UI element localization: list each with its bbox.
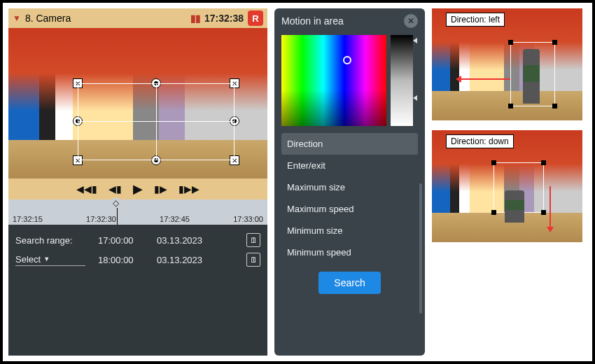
color-picker[interactable] (281, 35, 386, 126)
search-button[interactable]: Search (318, 272, 380, 294)
option-direction[interactable]: Direction (281, 133, 418, 155)
calendar-icon[interactable]: 🗓 (246, 233, 260, 247)
color-picker-cursor[interactable] (343, 56, 351, 64)
to-date[interactable]: 03.13.2023 (157, 255, 211, 265)
camera-header: ▼ 8. Camera ▮▮ 17:32:38 R (8, 8, 267, 28)
timeline-tick: 17:32:30 (86, 215, 116, 223)
preview-panel: Direction: left Direction: down (432, 8, 582, 356)
option-max-speed[interactable]: Maximum speed (281, 198, 418, 220)
timeline-tick: 17:32:15 (13, 215, 43, 223)
from-date[interactable]: 03.13.2023 (157, 235, 211, 246)
close-icon[interactable]: ✕ (404, 14, 418, 28)
camera-panel: ▼ 8. Camera ▮▮ 17:32:38 R ✕ ✕ ✕ ✕ ◀◀▮ ◀▮… (8, 8, 267, 356)
record-badge: R (248, 10, 263, 26)
value-handle-bottom[interactable] (413, 95, 417, 101)
option-enter-exit[interactable]: Enter/exit (281, 155, 418, 176)
camera-title: 8. Camera (25, 13, 71, 24)
step-back-button[interactable]: ◀▮ (108, 183, 122, 195)
option-min-size[interactable]: Minimum size (281, 220, 418, 241)
scrollbar[interactable] (419, 183, 422, 314)
search-range-label: Search range: (15, 235, 85, 246)
preview-left[interactable]: Direction: left (432, 8, 582, 120)
motion-options: Direction Enter/exit Maximum size Maximu… (274, 133, 425, 269)
chevron-down-icon: ▼ (43, 255, 50, 262)
value-handle-top[interactable] (413, 38, 417, 43)
from-time[interactable]: 17:00:00 (98, 235, 144, 246)
skip-fwd-button[interactable]: ▮▶▶ (178, 183, 200, 195)
calendar-icon[interactable]: 🗓 (246, 253, 260, 267)
arrow-left-icon (460, 78, 510, 80)
search-range-block: Search range: 17:00:00 03.13.2023 🗓 Sele… (8, 225, 267, 356)
step-fwd-button[interactable]: ▮▶ (154, 183, 167, 195)
timeline-cursor[interactable] (117, 200, 118, 225)
detected-person (505, 190, 524, 223)
playback-bar: ◀◀▮ ◀▮ ▶ ▮▶ ▮▶▶ (8, 178, 267, 200)
roi-guide-h (78, 121, 234, 122)
timeline[interactable]: 17:32:15 17:32:30 17:32:45 17:33:00 (8, 200, 267, 225)
timeline-tick: 17:32:45 (160, 215, 190, 223)
to-time[interactable]: 18:00:00 (98, 255, 144, 265)
skip-back-button[interactable]: ◀◀▮ (76, 183, 97, 195)
chevron-down-icon[interactable]: ▼ (13, 13, 21, 23)
camera-clock: 17:32:38 (204, 13, 244, 24)
arrow-down-icon (550, 186, 551, 228)
timeline-tick: 17:33:00 (233, 215, 263, 223)
select-dropdown[interactable]: Select ▼ (15, 254, 85, 266)
motion-panel-title: Motion in area (281, 15, 344, 27)
detected-person (523, 49, 540, 104)
roi-guide-v (156, 83, 157, 160)
option-min-speed[interactable]: Minimum speed (281, 241, 418, 263)
pause-icon[interactable]: ▮▮ (190, 13, 200, 24)
preview-down[interactable]: Direction: down (432, 130, 582, 242)
direction-label: Direction: down (446, 134, 514, 148)
select-label: Select (15, 254, 41, 265)
play-button[interactable]: ▶ (133, 181, 143, 197)
value-slider[interactable] (391, 35, 413, 126)
direction-label: Direction: left (446, 13, 505, 27)
option-max-size[interactable]: Maximum size (281, 176, 418, 198)
video-frame[interactable]: ✕ ✕ ✕ ✕ (8, 28, 267, 178)
motion-panel: Motion in area ✕ Direction Enter/exit Ma… (274, 8, 425, 356)
